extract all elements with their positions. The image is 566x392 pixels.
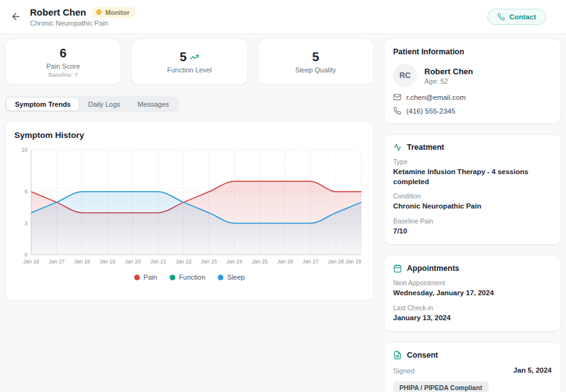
- svg-text:Jan 21: Jan 21: [150, 258, 167, 265]
- activity-icon: [393, 143, 402, 152]
- patient-information-card: Patient Information RC Robert Chen Age: …: [384, 39, 561, 124]
- legend-item-sleep: Sleep: [218, 273, 245, 281]
- consent-card: Consent Signed Jan 5, 2024 PHIPA / PIPED…: [384, 342, 561, 392]
- phone-icon: [497, 13, 505, 21]
- patient-email: r.chen@email.com: [406, 94, 466, 101]
- sleep-quality-value: 5: [312, 50, 319, 64]
- status-badge-label: Monitor: [105, 9, 130, 16]
- back-button[interactable]: [6, 7, 25, 26]
- contact-button-label: Contact: [509, 13, 536, 21]
- last-checkin-label: Last Check-in: [393, 304, 552, 311]
- svg-text:Jan 24: Jan 24: [227, 258, 243, 265]
- legend-label: Function: [179, 273, 205, 281]
- tab-symptom-trends[interactable]: Symptom Trends: [7, 98, 79, 110]
- baseline-pain-value: 7/10: [393, 227, 552, 237]
- appointments-title: Appointments: [407, 264, 459, 273]
- treatment-type-value: Ketamine Infusion Therapy - 4 sessions c…: [393, 167, 552, 187]
- function-level-label: Function Level: [167, 66, 212, 74]
- consent-signed-date: Jan 5, 2024: [514, 366, 552, 376]
- compliance-badge: PHIPA / PIPEDA Compliant: [393, 381, 489, 392]
- calendar-icon: [393, 264, 402, 273]
- tab-bar: Symptom Trends Daily Logs Messages: [5, 96, 179, 112]
- main-content: 6 Pain Score Baseline: 7 5 Function Leve…: [0, 34, 566, 392]
- symptom-history-card: Symptom History 03610Jan 16Jan 17Jan 18J…: [5, 121, 374, 301]
- chart-title: Symptom History: [14, 130, 364, 140]
- svg-text:3: 3: [24, 220, 27, 227]
- status-badge: Monitor: [92, 7, 136, 18]
- baseline-pain-label: Baseline Pain: [393, 217, 552, 225]
- legend-item-function: Function: [170, 273, 205, 281]
- svg-text:Jan 16: Jan 16: [23, 258, 39, 265]
- next-appointment-value: Wednesday, January 17, 2024: [393, 288, 552, 298]
- stats-row: 6 Pain Score Baseline: 7 5 Function Leve…: [5, 39, 374, 85]
- svg-text:10: 10: [22, 147, 28, 153]
- legend-item-pain: Pain: [134, 273, 157, 281]
- header: Robert Chen Monitor Chronic Neuropathic …: [0, 0, 566, 34]
- contact-button[interactable]: Contact: [487, 9, 546, 25]
- stat-card-sleep-quality: 5 Sleep Quality: [258, 39, 374, 85]
- svg-text:6: 6: [24, 189, 27, 195]
- patient-information-title: Patient Information: [393, 47, 552, 56]
- email-row: r.chen@email.com: [393, 93, 552, 101]
- legend-label: Sleep: [227, 273, 245, 281]
- svg-text:Jan 22: Jan 22: [175, 258, 192, 265]
- file-text-icon: [393, 351, 402, 360]
- arrow-left-icon: [11, 11, 21, 22]
- appointments-card: Appointments Next Appointment Wednesday,…: [384, 255, 561, 331]
- mail-icon: [393, 93, 401, 101]
- function-level-value: 5: [180, 50, 187, 64]
- treatment-type-label: Type: [393, 158, 552, 165]
- treatment-condition-value: Chronic Neuropathic Pain: [393, 202, 552, 212]
- svg-text:Jan 27: Jan 27: [303, 258, 319, 265]
- phone-icon: [393, 107, 401, 115]
- chart-legend: PainFunctionSleep: [14, 273, 364, 281]
- left-column: 6 Pain Score Baseline: 7 5 Function Leve…: [5, 39, 374, 392]
- sidebar: Patient Information RC Robert Chen Age: …: [384, 39, 561, 392]
- stat-card-function-level: 5 Function Level: [131, 39, 247, 85]
- legend-dot-icon: [170, 275, 175, 280]
- patient-condition-subtitle: Chronic Neuropathic Pain: [30, 19, 136, 27]
- status-dot-icon: [96, 9, 102, 15]
- treatment-card: Treatment Type Ketamine Infusion Therapy…: [384, 134, 561, 245]
- pain-score-baseline: Baseline: 7: [49, 71, 78, 78]
- svg-text:Jan 26: Jan 26: [277, 258, 293, 265]
- patient-name: Robert Chen: [424, 67, 473, 76]
- pain-score-label: Pain Score: [46, 62, 80, 70]
- consent-title: Consent: [407, 351, 438, 360]
- avatar: RC: [393, 64, 417, 87]
- page-title: Robert Chen: [30, 7, 86, 17]
- header-patient-block: Robert Chen Monitor Chronic Neuropathic …: [30, 7, 136, 27]
- svg-text:Jan 28: Jan 28: [328, 258, 344, 265]
- svg-text:0: 0: [24, 252, 27, 258]
- next-appointment-label: Next Appointment: [393, 279, 552, 287]
- stat-card-pain-score: 6 Pain Score Baseline: 7: [5, 39, 121, 85]
- patient-phone: (416) 555-2345: [406, 107, 456, 115]
- svg-text:Jan 23: Jan 23: [201, 258, 217, 265]
- phone-row: (416) 555-2345: [393, 107, 552, 115]
- legend-dot-icon: [218, 275, 223, 280]
- svg-text:Jan 17: Jan 17: [49, 258, 65, 265]
- tab-daily-logs[interactable]: Daily Logs: [80, 98, 128, 110]
- symptom-history-chart: 03610Jan 16Jan 17Jan 18Jan 19Jan 20Jan 2…: [14, 145, 364, 270]
- pain-score-value: 6: [60, 46, 67, 61]
- tab-messages[interactable]: Messages: [130, 98, 177, 110]
- trending-up-icon: [190, 52, 199, 62]
- svg-text:Jan 19: Jan 19: [99, 258, 115, 265]
- svg-text:Jan 25: Jan 25: [251, 258, 268, 265]
- treatment-condition-label: Condition: [393, 192, 552, 200]
- patient-age: Age: 52: [424, 77, 473, 85]
- legend-dot-icon: [134, 275, 140, 280]
- svg-text:Jan 18: Jan 18: [74, 258, 90, 265]
- consent-signed-label: Signed: [393, 367, 414, 375]
- svg-text:Jan 29: Jan 29: [345, 258, 361, 265]
- svg-text:Jan 20: Jan 20: [125, 258, 141, 265]
- legend-label: Pain: [144, 273, 157, 281]
- last-checkin-value: January 13, 2024: [393, 313, 552, 323]
- treatment-title: Treatment: [407, 143, 444, 152]
- sleep-quality-label: Sleep Quality: [295, 66, 336, 74]
